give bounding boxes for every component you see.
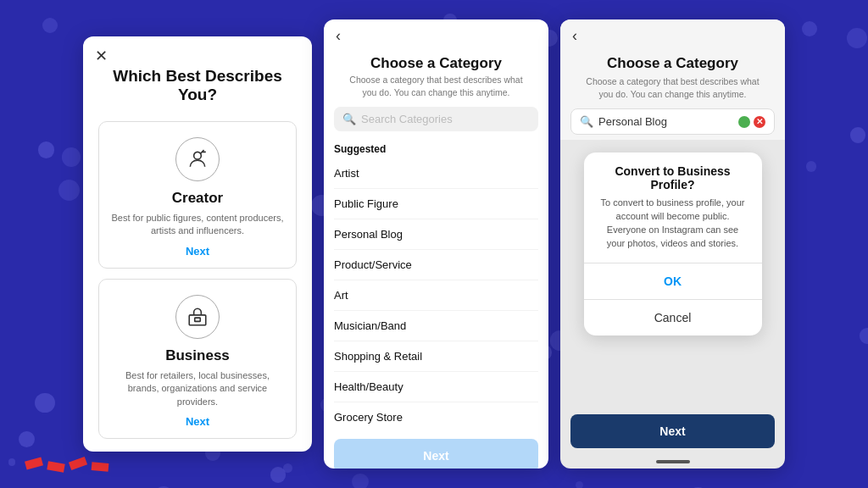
category-list-item[interactable]: Artist xyxy=(334,158,538,189)
screens-container: ✕ Which Best Describes You? Creator Best… xyxy=(0,0,868,488)
section-suggested-label: Suggested xyxy=(334,143,538,155)
convert-modal: Convert to Business Profile? To convert … xyxy=(584,152,762,336)
category-list-item[interactable]: Shopping & Retail xyxy=(334,341,538,372)
category-section: Suggested ArtistPublic FigurePersonal Bl… xyxy=(324,136,548,432)
business-next-button[interactable]: Next xyxy=(186,415,209,428)
business-svg-icon xyxy=(186,306,209,328)
search-placeholder-text: Search Categories xyxy=(361,113,453,125)
screen2-back-button[interactable]: ‹ xyxy=(336,28,341,43)
category-list-item[interactable]: Health/Beauty xyxy=(334,372,538,402)
svg-rect-4 xyxy=(195,318,201,321)
modal-description: To convert to business profile, your acc… xyxy=(584,197,762,263)
creator-name: Creator xyxy=(172,190,223,207)
modal-ok-button[interactable]: OK xyxy=(584,263,762,300)
modal-title: Convert to Business Profile? xyxy=(584,152,762,197)
category-search-bar[interactable]: 🔍 Search Categories xyxy=(334,107,538,131)
category-list-item[interactable]: Public Figure xyxy=(334,189,538,219)
screen2-subtitle: Choose a category that best describes wh… xyxy=(324,74,548,107)
modal-cancel-button[interactable]: Cancel xyxy=(584,300,762,336)
screen2-header: ‹ xyxy=(324,19,548,47)
business-icon xyxy=(175,295,220,339)
creator-svg-icon xyxy=(186,148,209,170)
business-desc: Best for retailers, local businesses, br… xyxy=(111,369,284,408)
category-list-item[interactable]: Personal Blog xyxy=(334,219,538,250)
category-list-item[interactable]: Product/Service xyxy=(334,250,538,280)
screen1-title: Which Best Describes You? xyxy=(98,67,297,104)
screen2-card: ‹ Choose a Category Choose a category th… xyxy=(324,19,548,469)
business-name: Business xyxy=(165,347,230,364)
svg-rect-3 xyxy=(189,315,206,325)
screen2-title: Choose a Category xyxy=(324,47,548,74)
creator-desc: Best for public figures, content produce… xyxy=(111,212,284,238)
category-list: ArtistPublic FigurePersonal BlogProduct/… xyxy=(334,158,538,432)
search-icon: 🔍 xyxy=(342,113,356,125)
screen2-next-button[interactable]: Next xyxy=(334,439,538,469)
creator-option-card[interactable]: Creator Best for public figures, content… xyxy=(98,121,297,269)
close-button[interactable]: ✕ xyxy=(95,48,108,64)
category-list-item[interactable]: Art xyxy=(334,280,538,311)
modal-overlay: Convert to Business Profile? To convert … xyxy=(560,19,785,469)
screen2-footer: Next xyxy=(324,432,548,469)
category-list-item[interactable]: Musician/Band xyxy=(334,311,538,341)
screen3-card: ‹ Choose a Category Choose a category th… xyxy=(560,19,785,469)
category-list-item[interactable]: Grocery Store xyxy=(334,402,538,432)
business-option-card[interactable]: Business Best for retailers, local busin… xyxy=(98,279,297,439)
creator-next-button[interactable]: Next xyxy=(186,245,209,258)
creator-icon xyxy=(175,137,220,181)
screen1-card: ✕ Which Best Describes You? Creator Best… xyxy=(83,36,312,452)
